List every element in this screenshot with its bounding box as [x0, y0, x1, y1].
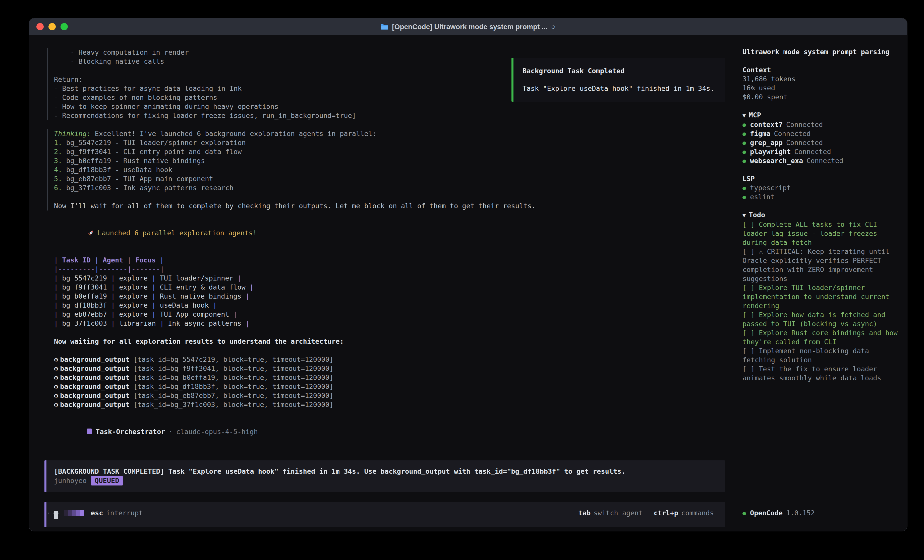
tool-call-line: ⚙background_output[task_id=bg_b0effa19, … — [54, 373, 734, 382]
tool-call-line: ⚙background_output[task_id=bg_f9ff3041, … — [54, 364, 734, 373]
gear-icon: ⚙ — [54, 365, 58, 372]
context-heading: Context — [742, 66, 898, 75]
status-dot-icon — [742, 132, 746, 136]
queued-badge: QUEUED — [91, 476, 123, 485]
thinking-intro-line: Thinking: Excellent! I've launched 6 bac… — [54, 129, 734, 138]
thinking-list-item: 4.bg_df18bb3f - useData hook — [54, 165, 734, 174]
agent-header-row: Task-Orchestrator·claude-opus-4-5-high — [45, 418, 734, 445]
traffic-lights — [36, 23, 68, 30]
keyboard-hint: ctrl+pcommands — [654, 509, 714, 518]
status-dot-icon — [742, 142, 746, 145]
mcp-item: websearch_exaConnected — [742, 156, 898, 165]
hint-esc: escinterrupt — [91, 509, 143, 518]
activity-spinner-icon: ··· — [46, 509, 84, 518]
table-row: |bg_df18bb3f|explore|useData hook| — [54, 301, 734, 310]
circle-icon: ○ — [551, 22, 556, 31]
queued-row: junhoyeoQUEUED — [54, 476, 717, 485]
table-row: |bg_37f1c003|librarian|Ink async pattern… — [54, 319, 734, 328]
todo-item: [ ] Complete ALL tasks to fix CLI loader… — [742, 220, 898, 247]
gear-icon: ⚙ — [54, 383, 58, 391]
tool-result-line: - How to keep spinner animating during h… — [54, 102, 734, 111]
tool-name: background_output — [60, 355, 129, 363]
completed-text: [BACKGROUND TASK COMPLETED] Task "Explor… — [54, 467, 717, 476]
status-bar: ··· escinterrupt tabswitch agentctrl+pco… — [46, 509, 725, 518]
terminal-window: [OpenCode] Ultrawork mode system prompt … — [28, 18, 908, 532]
todo-item: [ ] Explore how data is fetched and pass… — [742, 310, 898, 328]
table-separator-row: |---------|-------|-------| — [54, 265, 734, 274]
mcp-heading[interactable]: ▼MCP — [742, 111, 898, 120]
table-header-cell: Agent — [99, 256, 127, 264]
notification-title: Background Task Completed — [522, 66, 716, 75]
thinking-list-item: 6.bg_37f1c003 - Ink async patterns resea… — [54, 183, 734, 192]
mcp-item: figmaConnected — [742, 129, 898, 138]
todo-item: [ ] Implement non-blocking data fetching… — [742, 346, 898, 365]
table-pipe: | — [54, 256, 58, 264]
table-row: |bg_5547c219|explore|TUI loader/spinner| — [54, 274, 734, 283]
agent-name: Task-Orchestrator — [96, 428, 165, 436]
thinking-list-item: 1.bg_5547c219 - TUI loader/spinner explo… — [54, 138, 734, 147]
tool-result-line: - Recommendations for fixing loader free… — [54, 111, 734, 120]
table-header-cell: Task ID — [58, 256, 94, 264]
context-stat: $0.00 spent — [742, 93, 898, 102]
background-completed-block: [BACKGROUND TASK COMPLETED] Task "Explor… — [45, 460, 725, 492]
table-header-row: |Task ID|Agent|Focus| — [54, 256, 734, 265]
context-stat: 31,686 tokens — [742, 75, 898, 84]
sidebar: Ultrawork mode system prompt parsing Con… — [734, 35, 907, 531]
tool-name: background_output — [60, 401, 129, 409]
close-window-button[interactable] — [36, 23, 44, 30]
lsp-item: typescript — [742, 183, 898, 192]
mcp-item: context7Connected — [742, 120, 898, 129]
background-task-notification: Background Task Completed Task "Explore … — [512, 58, 725, 102]
agent-footer-row: Task-OrchestratorOpus 4.5 HighAnthropic — [45, 530, 734, 532]
waiting-line: Now waiting for all exploration results … — [45, 337, 734, 346]
status-dot-icon — [742, 187, 746, 190]
thinking-list-item: 3.bg_b0effa19 - Rust native bindings — [54, 156, 734, 165]
todo-item: [ ] Explore TUI loader/spinner implement… — [742, 283, 898, 310]
gear-icon: ⚙ — [54, 355, 58, 363]
todo-item: [ ] Explore Rust core bindings and how t… — [742, 328, 898, 346]
window-title-text: [OpenCode] Ultrawork mode system prompt … — [392, 23, 548, 31]
tool-name: background_output — [60, 383, 129, 391]
todo-list: [ ] Complete ALL tasks to fix CLI loader… — [742, 220, 898, 383]
app-version: 1.0.152 — [786, 509, 815, 517]
chevron-down-icon: ▼ — [742, 112, 746, 119]
mcp-item: playwrightConnected — [742, 147, 898, 156]
tool-name: background_output — [60, 374, 129, 381]
tool-name: background_output — [60, 392, 129, 400]
tool-calls-block: ⚙background_output[task_id=bg_5547c219, … — [45, 355, 734, 409]
status-dot-icon — [742, 512, 746, 515]
thinking-outro: Now I'll wait for all of them to complet… — [54, 201, 734, 211]
announcement-line: Launched 6 parallel exploration agents! — [45, 220, 734, 247]
zoom-window-button[interactable] — [60, 23, 68, 30]
folder-icon — [380, 24, 388, 30]
window-title: [OpenCode] Ultrawork mode system prompt … — [380, 22, 555, 31]
tool-call-line: ⚙background_output[task_id=bg_5547c219, … — [54, 355, 734, 364]
sidebar-footer: OpenCode1.0.152 — [742, 509, 815, 518]
table-header-cell: Focus — [131, 256, 160, 264]
tool-call-line: ⚙background_output[task_id=bg_37f1c003, … — [54, 400, 734, 409]
tool-result-line: - Heavy computation in render — [54, 48, 734, 57]
sidebar-session-title: Ultrawork mode system prompt parsing — [742, 48, 898, 57]
todo-item: [ ] Test the fix to ensure loader animat… — [742, 365, 898, 383]
status-dot-icon — [742, 160, 746, 163]
todo-item: [ ] ⚠ CRITICAL: Keep iterating until Ora… — [742, 247, 898, 283]
gear-icon: ⚙ — [54, 374, 58, 381]
agent-model: claude-opus-4-5-high — [176, 428, 258, 436]
table-row: |bg_eb87ebb7|explore|TUI App component| — [54, 310, 734, 319]
table-row: |bg_b0effa19|explore|Rust native binding… — [54, 292, 734, 301]
titlebar[interactable]: [OpenCode] Ultrawork mode system prompt … — [29, 18, 907, 35]
table-row: |bg_f9ff3041|explore|CLI entry & data fl… — [54, 283, 734, 292]
right-hints: tabswitch agentctrl+pcommands — [579, 509, 725, 518]
queued-user: junhoyeo — [54, 477, 87, 485]
thinking-label: Thinking: — [54, 130, 91, 138]
todo-heading[interactable]: ▼Todo — [742, 211, 898, 220]
context-stat: 16% used — [742, 84, 898, 93]
gear-icon: ⚙ — [54, 392, 58, 400]
minimize-window-button[interactable] — [48, 23, 56, 30]
thinking-block: Thinking: Excellent! I've launched 6 bac… — [47, 129, 734, 211]
status-dot-icon — [742, 123, 746, 127]
agents-table: |Task ID|Agent|Focus| |---------|-------… — [45, 256, 734, 328]
tool-name: background_output — [60, 365, 129, 372]
status-dot-icon — [742, 196, 746, 199]
keyboard-hint: tabswitch agent — [579, 509, 643, 518]
